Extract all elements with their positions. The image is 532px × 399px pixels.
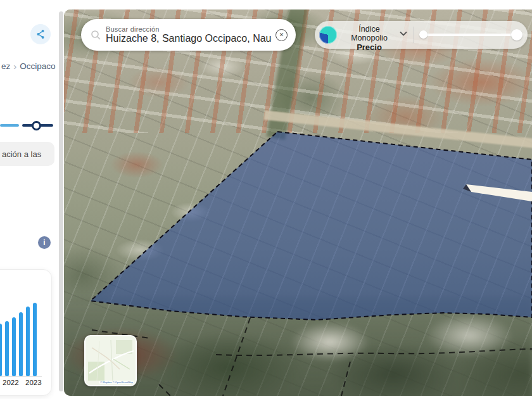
breadcrumb-current[interactable]: Occipaco: [20, 61, 55, 71]
clear-search-button[interactable]: ✕: [276, 29, 288, 41]
bar: [0, 324, 2, 376]
breadcrumb-parent[interactable]: ez: [1, 61, 10, 71]
chart-xlabel-2022: 2022: [3, 379, 19, 386]
search-icon: [91, 30, 101, 41]
share-button[interactable]: [30, 24, 51, 44]
screen: ez › Occipaco ación a las i 2022 2023: [0, 0, 532, 399]
chart-axis-line: [0, 376, 42, 377]
sidebar: ez › Occipaco ación a las i 2022 2023: [0, 0, 59, 399]
cadastral-dashed-lines: [92, 318, 532, 396]
chart-xlabel-2023: 2023: [25, 379, 42, 386]
search-texts: Buscar dirección Huizache 8, Santiago Oc…: [106, 25, 272, 44]
info-icon: i: [43, 238, 45, 247]
range-handle-min[interactable]: [419, 30, 428, 39]
layer-control-pill: Índice Monopolio Precio: [315, 21, 528, 49]
index-polygon[interactable]: [91, 132, 532, 320]
bar: [33, 303, 37, 376]
share-icon: [35, 28, 46, 40]
year-slider[interactable]: [0, 121, 54, 130]
search-field-label: Buscar dirección: [106, 25, 272, 33]
minimap[interactable]: © Mapbox © OpenStreetMap: [84, 335, 137, 386]
range-handle-max[interactable]: [511, 29, 522, 41]
bar: [12, 317, 16, 376]
vertical-scrollbar[interactable]: [59, 11, 63, 391]
value-range-slider[interactable]: [423, 34, 518, 36]
minimap-attribution: © Mapbox © OpenStreetMap: [99, 381, 134, 384]
year-slider-handle[interactable]: [32, 121, 41, 130]
close-icon: ✕: [279, 32, 284, 38]
layer-select[interactable]: Índice Monopolio Precio: [340, 25, 398, 52]
minimap-roads: [86, 336, 136, 385]
bar: [19, 312, 23, 376]
year-slider-track-elapsed: [0, 124, 19, 127]
breadcrumb: ez › Occipaco: [1, 61, 58, 71]
map-canvas[interactable]: Buscar dirección Huizache 8, Santiago Oc…: [64, 10, 532, 396]
bar-chart: [0, 300, 44, 376]
bar: [26, 307, 30, 376]
search-field-value[interactable]: Huizache 8, Santiago Occipaco, Naucalpa.…: [106, 33, 272, 44]
info-button[interactable]: i: [38, 236, 51, 249]
monopolio-logo-icon: [319, 26, 337, 44]
pill-divider: [414, 27, 414, 43]
breadcrumb-separator: ›: [13, 61, 16, 71]
search-input[interactable]: Buscar dirección Huizache 8, Santiago Oc…: [81, 19, 296, 51]
truncated-note-label: ación a las: [2, 149, 41, 159]
chevron-down-icon: [400, 31, 407, 36]
layer-select-title: Índice Monopolio: [340, 25, 398, 42]
bar: [5, 321, 9, 376]
sidebar-truncated-note: ación a las: [0, 142, 54, 166]
layer-select-value: Precio: [340, 42, 398, 52]
